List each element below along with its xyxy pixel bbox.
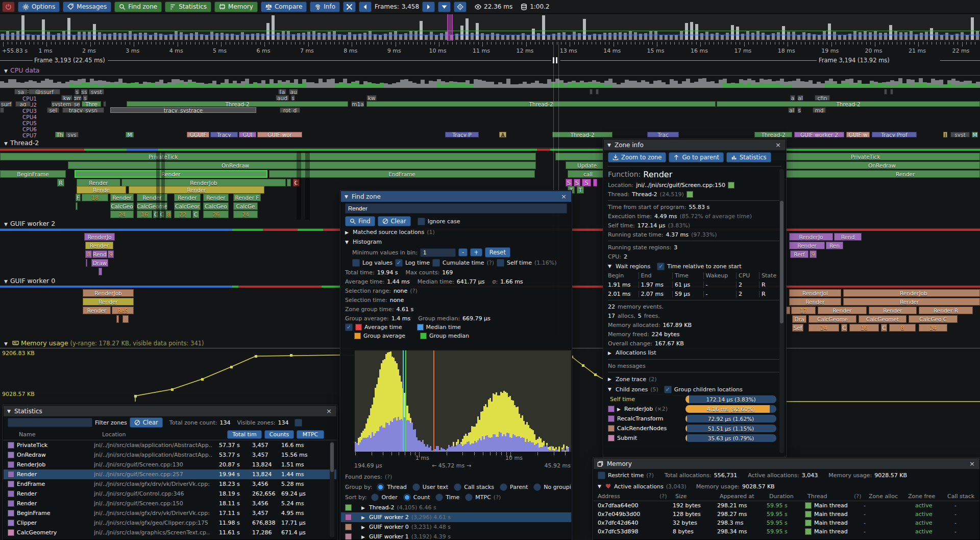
cpu-zone[interactable]: Thread-2 — [366, 101, 716, 107]
timeline-zone[interactable]: CalcGeo C — [909, 315, 958, 323]
timeline-zone[interactable]: Render — [843, 298, 980, 306]
cpu-zone[interactable]: Thread-2 — [127, 101, 348, 107]
cpu-zone[interactable]: aud — [276, 95, 289, 101]
found-zone-group-row[interactable]: ▶GUIF worker 2(3,296) 4.61 s — [341, 512, 571, 522]
timeline-zone[interactable]: C — [192, 210, 199, 218]
timeline-zone[interactable]: Render — [818, 307, 867, 314]
find-zone-histogram[interactable] — [354, 350, 572, 452]
ignore-case-checkbox[interactable] — [418, 218, 425, 225]
timeline-zone[interactable] — [593, 179, 597, 186]
found-zone-group-row[interactable]: ▶GUIF worker 1(3,192) 4.39 s — [341, 532, 571, 540]
timeline-zone[interactable]: Render — [174, 194, 201, 201]
collapse-icon[interactable]: ▶ — [608, 350, 613, 356]
cpu-zone[interactable]: M — [972, 132, 978, 137]
allocations-list-label[interactable]: Allocations list — [616, 349, 656, 356]
timeline-zone[interactable] — [86, 259, 87, 267]
cpu-zone[interactable]: GUIF wor — [257, 132, 302, 137]
cpu-zone[interactable]: surf — [0, 101, 12, 107]
draw-markers-checkbox[interactable]: ✓ — [345, 323, 353, 331]
wait-region-row[interactable]: 1.91 ms1.97 ms61 µs-2R — [604, 280, 786, 289]
statistics-row[interactable]: PrivateTickjni/../jni/src/claw/applicati… — [4, 440, 336, 450]
clear-button[interactable]: Clear — [378, 216, 411, 226]
timeline-zone[interactable]: Rend — [92, 250, 107, 258]
cpu-data-header[interactable]: ▼CPU data — [4, 66, 39, 74]
close-icon[interactable]: × — [774, 141, 782, 149]
timeline-zone[interactable]: OnRedraw — [68, 161, 536, 169]
timeline-zone[interactable]: Render — [789, 298, 841, 306]
active-allocations-label[interactable]: Active allocations — [614, 483, 664, 490]
child-zone-row[interactable]: ▶RenderJob(×2)4.16 ms (92.60%) — [604, 404, 786, 414]
cpu-zone[interactable] — [103, 101, 106, 107]
child-zones-label[interactable]: Child zones — [616, 386, 648, 393]
timeline-zone[interactable]: CalcGeo — [110, 202, 134, 210]
cpu-zone[interactable]: system_se — [51, 101, 81, 107]
zone-location[interactable]: jni/../jni/src/guif/Screen.cpp:150 — [636, 182, 725, 189]
cpu-zone[interactable]: m1a — [351, 101, 364, 107]
group-children-checkbox[interactable]: ✓ — [664, 386, 672, 393]
cpu-zone[interactable]: @ssurf — [29, 89, 60, 95]
sort-by-radio-mtpc[interactable] — [465, 494, 473, 501]
timeline-zone[interactable] — [116, 315, 119, 323]
timeline-zone[interactable]: CalcGeo — [203, 202, 229, 210]
timeline-zone[interactable]: S — [574, 179, 580, 186]
clear-filter-button[interactable]: Clear — [130, 417, 163, 428]
cpu-zone[interactable]: Tracy — [210, 132, 238, 137]
timeline-zone[interactable]: Dra — [792, 315, 806, 323]
filter-zones-input[interactable] — [8, 418, 92, 427]
cpu-zone[interactable]: [a — [278, 89, 286, 95]
timeline-zone[interactable]: 24 — [110, 210, 134, 218]
timeline-zone[interactable]: Ren — [826, 242, 843, 249]
go-to-parent-button[interactable]: Go to parent — [669, 152, 724, 162]
sort-by-radio-count[interactable] — [403, 494, 411, 501]
timeline-zone[interactable]: RenderJo — [84, 233, 115, 241]
timeline-zone[interactable]: S — [582, 179, 591, 186]
cpu-zone[interactable]: l — [943, 132, 947, 137]
thread-header[interactable]: ▼GUIF worker 0 — [4, 277, 55, 285]
timeline-zone[interactable]: 8 — [889, 324, 916, 332]
timeline-zone[interactable]: 8 — [165, 210, 172, 218]
collapse-icon[interactable]: ▶ — [345, 230, 350, 235]
cpu-zone[interactable]: Thread-2 — [552, 132, 612, 137]
timeline-zone[interactable]: R — [57, 179, 64, 186]
timeline-zone[interactable]: Draw — [91, 259, 108, 267]
found-zone-group-row[interactable]: ▶GUIF worker 0(3,231) 4.48 s — [341, 522, 571, 532]
timeline-zone[interactable]: Render — [786, 170, 980, 178]
timeline-zone[interactable] — [99, 268, 102, 275]
timeline-zone[interactable]: RenderJob — [121, 179, 286, 186]
statistics-row[interactable]: EndFramejni/../jni/src/claw/gfx/drv/vk/D… — [4, 479, 336, 489]
sort-by-radio-order[interactable] — [371, 494, 379, 501]
cpu-zone[interactable]: ag — [15, 101, 31, 107]
zoom-to-zone-button[interactable]: Zoom to zone — [608, 152, 666, 162]
timeline-zone[interactable]: 8 — [85, 250, 92, 258]
timeline-zone[interactable]: CalcGeor — [174, 202, 201, 210]
cpu-zone[interactable]: syst — [89, 89, 104, 95]
cpu-zone[interactable]: s — [797, 107, 801, 113]
timeline-zone[interactable]: Render — [869, 307, 917, 314]
timeline-zone[interactable]: 18 — [82, 194, 108, 201]
timeline-zone[interactable]: RenderJob — [843, 289, 980, 297]
timeline-zone[interactable]: Rerf — [790, 250, 808, 258]
thread-header[interactable]: ▼GUIF worker 2 — [4, 220, 55, 227]
memory-events[interactable]: memory events. — [618, 303, 664, 310]
timeline-zone[interactable]: Render — [129, 186, 264, 194]
timeline-zone[interactable]: Render R — [919, 307, 973, 314]
timeline-zone[interactable]: F — [76, 194, 81, 201]
close-icon[interactable]: × — [968, 460, 976, 467]
allocation-row[interactable]: 0x7dfc42d64032 bytes298.3 ms59.95 sMain … — [594, 519, 979, 527]
timeline-zone[interactable]: 24 — [233, 210, 258, 218]
cpu-zone[interactable]: A — [499, 132, 506, 137]
matched-locations-label[interactable]: Matched source locations — [353, 229, 424, 236]
cpu-zone[interactable]: cfin — [815, 95, 830, 101]
zone-statistics-button[interactable]: Statistics — [726, 152, 771, 162]
cpu-zone[interactable]: Tracy Prof — [872, 132, 917, 137]
histogram-span[interactable]: ← 45.72 ms → — [432, 462, 471, 469]
cpu-zone[interactable] — [890, 89, 893, 95]
find-zone-search-input[interactable] — [345, 203, 567, 214]
timeline-zone[interactable]: 16 — [137, 210, 152, 218]
cpu-zone[interactable]: Thread-2 — [717, 101, 980, 107]
cpu-zone[interactable] — [590, 89, 593, 95]
cpu-zone[interactable]: tracy_sysn — [62, 107, 104, 113]
min-bin-input[interactable] — [420, 248, 456, 257]
cpu-zone[interactable]: sa — [14, 89, 28, 95]
child-zone-row[interactable]: CalcRenderNodes51.51 µs (1.15%) — [604, 424, 786, 433]
